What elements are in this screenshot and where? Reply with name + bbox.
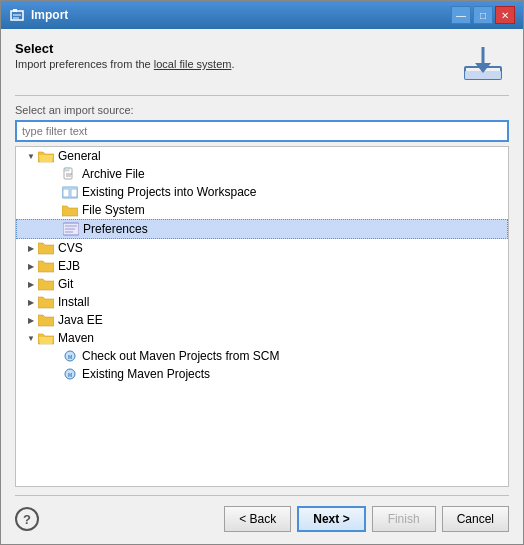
- arrow-install: [24, 295, 38, 309]
- item-label-preferences: Preferences: [83, 222, 148, 236]
- arrow-git: [24, 277, 38, 291]
- item-label-javaee: Java EE: [58, 313, 103, 327]
- item-label-ejb: EJB: [58, 259, 80, 273]
- right-buttons: < Back Next > Finish Cancel: [224, 506, 509, 532]
- finish-button[interactable]: Finish: [372, 506, 436, 532]
- minimize-button[interactable]: —: [451, 6, 471, 24]
- tree-item-git[interactable]: Git: [16, 275, 508, 293]
- folder-closed-icon-git: [38, 277, 54, 291]
- tree-item-preferences[interactable]: Preferences: [16, 219, 508, 239]
- source-label: Select an import source:: [15, 104, 509, 116]
- wizard-title: Select: [15, 41, 457, 56]
- arrow-maven: [24, 331, 38, 345]
- help-button[interactable]: ?: [15, 507, 39, 531]
- window-icon: [9, 7, 25, 23]
- wizard-icon: [457, 41, 509, 85]
- folder-open-icon: [38, 149, 54, 163]
- tree-item-maven-existing[interactable]: M Existing Maven Projects: [16, 365, 508, 383]
- svg-text:M: M: [68, 372, 72, 378]
- cancel-button[interactable]: Cancel: [442, 506, 509, 532]
- window-title: Import: [31, 8, 68, 22]
- tree-item-filesystem[interactable]: File System: [16, 201, 508, 219]
- svg-rect-1: [13, 9, 17, 12]
- bottom-section: ? < Back Next > Finish Cancel: [15, 495, 509, 536]
- item-label-maven-existing: Existing Maven Projects: [82, 367, 210, 381]
- tree-item-cvs[interactable]: CVS: [16, 239, 508, 257]
- header-separator: [15, 95, 509, 96]
- item-label-filesystem: File System: [82, 203, 145, 217]
- item-label-cvs: CVS: [58, 241, 83, 255]
- svg-rect-14: [71, 189, 77, 197]
- bottom-separator: [15, 495, 509, 496]
- item-label-existing: Existing Projects into Workspace: [82, 185, 257, 199]
- title-bar-left: Import: [9, 7, 68, 23]
- arrow-cvs: [24, 241, 38, 255]
- button-row: ? < Back Next > Finish Cancel: [15, 502, 509, 536]
- import-dialog: Import — □ ✕ Select Import preferences f…: [0, 0, 524, 545]
- folder-open-icon-maven: [38, 331, 54, 345]
- content-area: Select Import preferences from the local…: [1, 29, 523, 544]
- tree-item-existing[interactable]: Existing Projects into Workspace: [16, 183, 508, 201]
- projects-icon: [62, 185, 78, 199]
- folder-icon-filesystem: [62, 203, 78, 217]
- title-controls: — □ ✕: [451, 6, 515, 24]
- header-section: Select Import preferences from the local…: [15, 41, 509, 85]
- arrow-general: [24, 149, 38, 163]
- item-label-general: General: [58, 149, 101, 163]
- item-label-install: Install: [58, 295, 89, 309]
- folder-closed-icon-javaee: [38, 313, 54, 327]
- maven-icon-checkout: M: [62, 349, 78, 363]
- close-button[interactable]: ✕: [495, 6, 515, 24]
- tree-item-maven-checkout[interactable]: M Check out Maven Projects from SCM: [16, 347, 508, 365]
- tree-item-maven[interactable]: Maven: [16, 329, 508, 347]
- tree-item-ejb[interactable]: EJB: [16, 257, 508, 275]
- desc-suffix: .: [231, 58, 234, 70]
- back-button[interactable]: < Back: [224, 506, 291, 532]
- arrow-javaee: [24, 313, 38, 327]
- folder-closed-icon-ejb: [38, 259, 54, 273]
- maximize-button[interactable]: □: [473, 6, 493, 24]
- tree-item-javaee[interactable]: Java EE: [16, 311, 508, 329]
- next-button[interactable]: Next >: [297, 506, 365, 532]
- item-label-maven-checkout: Check out Maven Projects from SCM: [82, 349, 279, 363]
- maven-icon-existing: M: [62, 367, 78, 381]
- filter-input[interactable]: [15, 120, 509, 142]
- prefs-icon: [63, 222, 79, 236]
- item-label-archive: Archive File: [82, 167, 145, 181]
- desc-prefix: Import preferences from the: [15, 58, 154, 70]
- tree-container[interactable]: General Archive File: [15, 146, 509, 487]
- header-text: Select Import preferences from the local…: [15, 41, 457, 70]
- desc-link: local file system: [154, 58, 232, 70]
- tree-item-general[interactable]: General: [16, 147, 508, 165]
- file-icon: [62, 167, 78, 181]
- arrow-ejb: [24, 259, 38, 273]
- item-label-git: Git: [58, 277, 73, 291]
- folder-closed-icon-cvs: [38, 241, 54, 255]
- tree-item-archive[interactable]: Archive File: [16, 165, 508, 183]
- tree-item-install[interactable]: Install: [16, 293, 508, 311]
- svg-rect-9: [65, 168, 69, 171]
- item-label-maven: Maven: [58, 331, 94, 345]
- svg-rect-13: [63, 189, 69, 197]
- svg-text:M: M: [68, 354, 72, 360]
- title-bar: Import — □ ✕: [1, 1, 523, 29]
- folder-closed-icon-install: [38, 295, 54, 309]
- wizard-description: Import preferences from the local file s…: [15, 58, 457, 70]
